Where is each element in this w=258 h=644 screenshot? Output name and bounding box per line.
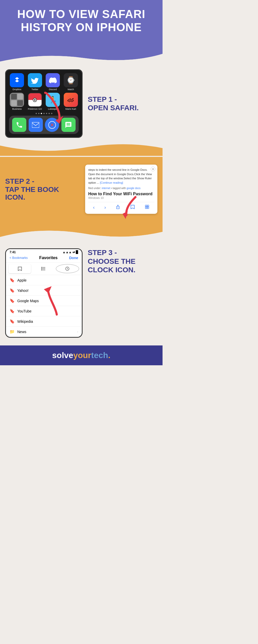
reading-list-tab[interactable] xyxy=(32,264,54,273)
step1-phone-screenshot: Dropbox Twitter Discord xyxy=(5,69,83,138)
bookmark-icon: 🔖 xyxy=(10,278,15,283)
app-twitter: Twitter xyxy=(27,73,43,91)
svg-rect-4 xyxy=(145,205,147,207)
back-button[interactable]: ‹ xyxy=(93,205,95,210)
folder-icon: 📁 xyxy=(10,329,15,334)
brand-logo: solveyourtech. xyxy=(5,351,157,360)
bookmark-icon: 🔖 xyxy=(10,298,15,303)
app-watch: ⌚ Watch xyxy=(63,73,79,91)
dock-phone xyxy=(12,118,26,132)
svg-point-11 xyxy=(42,270,42,270)
wave-divider-1 xyxy=(0,140,163,156)
app-business: Business xyxy=(9,93,25,110)
svg-point-10 xyxy=(42,268,42,269)
step1-section: Dropbox Twitter Discord xyxy=(0,64,163,140)
share-button[interactable] xyxy=(116,205,120,210)
status-bar: 7:41 ▲▲▲ ⇌ ▉ xyxy=(6,249,82,255)
app-discord: Discord xyxy=(45,73,61,91)
footer: solveyourtech. xyxy=(0,345,163,365)
list-item[interactable]: 🔖 Wikipedia xyxy=(6,316,82,327)
tabs-button[interactable] xyxy=(145,205,149,210)
bookmark-icon: 🔖 xyxy=(10,319,15,324)
step1-arrow xyxy=(40,90,63,124)
step2-label: STEP 2 - TAP THE BOOK ICON. xyxy=(5,177,80,201)
svg-point-9 xyxy=(42,267,42,268)
step2-arrow xyxy=(120,194,141,220)
step3-phone: 7:41 ▲▲▲ ⇌ ▉ < Bookmarks Favorites Done xyxy=(5,248,83,338)
svg-rect-6 xyxy=(145,207,147,209)
bookmarks-tab[interactable] xyxy=(9,264,31,273)
step3-label: STEP 3 - CHOOSE THE CLOCK ICON. xyxy=(88,248,157,274)
step1-label: STEP 1 - OPEN SAFARI. xyxy=(88,95,139,112)
bookmarks-nav: < Bookmarks Favorites Done xyxy=(6,255,82,262)
chevron-right-icon: › xyxy=(77,330,78,334)
watch-label: Watch xyxy=(68,88,74,91)
step2-browser: ✕ steps to indent the second line in Goo… xyxy=(85,165,157,214)
bookmark-icon: 🔖 xyxy=(10,288,15,293)
dock-messages xyxy=(61,118,76,132)
svg-rect-7 xyxy=(147,207,149,209)
step3-arrow xyxy=(41,284,64,317)
svg-marker-16 xyxy=(44,286,52,293)
app-dropbox: Dropbox xyxy=(9,73,25,91)
header-section: HOW TO VIEW SAFARI HISTORY ON IPHONE xyxy=(0,0,163,49)
bookmark-icon: 🔖 xyxy=(10,309,15,313)
step3-section: 7:41 ▲▲▲ ⇌ ▉ < Bookmarks Favorites Done xyxy=(0,243,163,345)
svg-rect-5 xyxy=(147,205,149,207)
forward-button[interactable]: › xyxy=(104,205,106,210)
history-tab[interactable] xyxy=(56,264,79,273)
wave-divider-2 xyxy=(0,227,163,242)
bookmarks-tabs xyxy=(6,262,82,275)
step2-section: STEP 2 - TAP THE BOOK ICON. ✕ steps to i… xyxy=(0,157,163,227)
list-item[interactable]: 📁 News › xyxy=(6,327,82,337)
app-mariokart: 🏎 Mario Kart xyxy=(63,93,79,110)
svg-rect-0 xyxy=(32,122,39,128)
close-icon[interactable]: ✕ xyxy=(151,167,155,171)
page-title: HOW TO VIEW SAFARI HISTORY ON IPHONE xyxy=(5,8,157,34)
